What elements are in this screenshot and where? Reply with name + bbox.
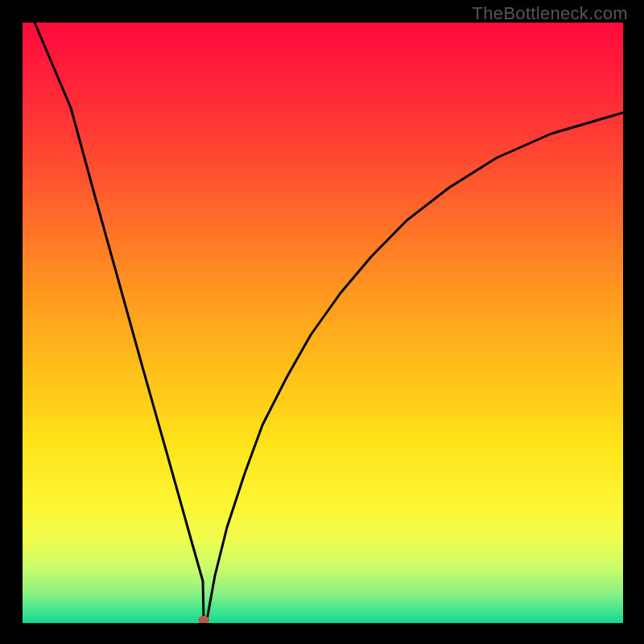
bottleneck-curve <box>35 23 623 621</box>
plot-area <box>23 23 623 623</box>
watermark-text: TheBottleneck.com <box>473 3 628 24</box>
chart-svg <box>23 23 623 623</box>
